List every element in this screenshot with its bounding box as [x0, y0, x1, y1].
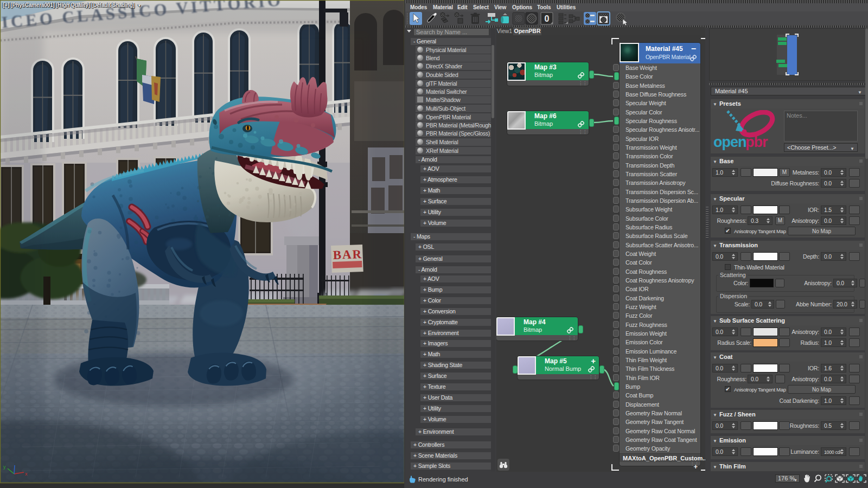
- svg-text:0: 0: [545, 14, 550, 23]
- svg-text:x: x: [25, 471, 28, 477]
- svg-text:open: open: [713, 134, 746, 150]
- svg-text:y: y: [3, 464, 6, 470]
- svg-text:pbr: pbr: [745, 134, 768, 150]
